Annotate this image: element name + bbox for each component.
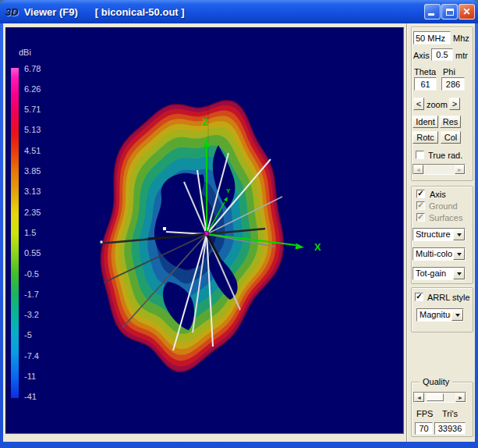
arrl-style-checkbox[interactable] xyxy=(415,293,423,301)
theta-input[interactable] xyxy=(414,77,437,91)
quality-label: Quality xyxy=(420,377,452,386)
axis-x-label: X xyxy=(314,241,321,253)
colorbar-tick: 5.71 xyxy=(24,105,55,114)
close-button[interactable]: ✕ xyxy=(459,4,475,20)
colorbar-tick: 2.35 xyxy=(24,208,55,217)
window-title: Viewer (F9) xyxy=(24,6,78,18)
phi-input[interactable] xyxy=(441,77,465,91)
scroll-right-icon[interactable]: ► xyxy=(455,165,465,174)
wire-marker xyxy=(101,241,103,244)
arrl-style-label: ARRL style xyxy=(427,293,470,302)
res-button[interactable]: Res xyxy=(440,116,461,128)
color-mode-dropdown-value: Multi-color xyxy=(416,249,452,258)
axis-checkbox-label: Axis xyxy=(430,190,446,199)
panel-divider xyxy=(406,23,408,442)
axis-size-input[interactable] xyxy=(431,48,453,61)
slider-right-icon[interactable]: ► xyxy=(455,393,466,402)
axis-z-label: Z xyxy=(202,117,207,128)
title-bar[interactable]: 3D Viewer (F9) [ biconical-50.out ] xyxy=(0,0,478,23)
fps-value xyxy=(415,422,433,435)
axis-x-arrow xyxy=(296,244,304,250)
colorbar-tick: 6.26 xyxy=(24,84,55,94)
colorbar-tick: -41 xyxy=(24,392,55,401)
tris-label: Tri's xyxy=(442,409,458,418)
window-file-name: [ biconical-50.out ] xyxy=(95,6,185,18)
axis-checkbox[interactable] xyxy=(416,190,425,198)
phi-label: Phi xyxy=(443,67,455,76)
structure-dropdown-value: Structure xyxy=(416,229,452,239)
colorbar-tick: 1.5 xyxy=(24,228,55,237)
magnitude-dropdown[interactable]: Magnitude xyxy=(416,308,464,322)
color-mode-dropdown[interactable]: Multi-color xyxy=(412,247,466,261)
zoom-in-button[interactable]: > xyxy=(449,98,460,110)
gain-mode-dropdown[interactable]: Tot-gain xyxy=(412,267,466,280)
chevron-down-icon[interactable] xyxy=(453,248,465,260)
chevron-down-icon[interactable] xyxy=(453,268,465,279)
colorbar-tick: 6.78 xyxy=(24,64,55,73)
ident-button[interactable]: Ident xyxy=(412,116,438,128)
colorbar-tick: -11 xyxy=(24,372,55,381)
viewer-window: 3D Viewer (F9) [ biconical-50.out ] ✕ ZX… xyxy=(0,0,478,448)
quality-slider-thumb[interactable] xyxy=(427,393,444,401)
quality-slider[interactable]: ◄ ► xyxy=(413,392,466,403)
zoom-out-button[interactable]: < xyxy=(413,98,424,110)
axis-size-label: Axis xyxy=(413,51,430,60)
colorbar-gradient xyxy=(11,68,19,398)
surfaces-checkbox-label: Surfaces xyxy=(429,213,462,222)
colorbar-tick: 0.55 xyxy=(24,248,55,258)
gain-mode-dropdown-value: Tot-gain xyxy=(416,268,452,278)
colorbar-tick: -0.5 xyxy=(24,269,55,279)
maximize-icon xyxy=(446,9,454,16)
col-button[interactable]: Col xyxy=(441,131,461,144)
pan-scrollbar[interactable]: ◄ ► xyxy=(412,164,466,175)
colorbar-tick: -3.2 xyxy=(24,310,55,319)
ground-checkbox-label: Ground xyxy=(429,201,458,211)
colorbar-tick: -1.7 xyxy=(24,290,55,299)
axis-y-label: Y xyxy=(226,187,231,194)
minimize-button[interactable] xyxy=(424,4,441,20)
chevron-down-icon[interactable] xyxy=(451,309,463,321)
colorbar-tick: 4.51 xyxy=(24,146,55,155)
theta-label: Theta xyxy=(414,67,436,76)
minimize-icon xyxy=(428,13,434,16)
wire-marker xyxy=(163,227,166,230)
colorbar-tick: -5 xyxy=(24,330,55,340)
close-icon: ✕ xyxy=(459,6,474,17)
colorbar-tick: 3.85 xyxy=(24,166,55,176)
zoom-label: zoom xyxy=(427,100,448,109)
rotc-button[interactable]: Rotc xyxy=(412,131,438,144)
maximize-button[interactable] xyxy=(441,4,458,20)
chevron-down-icon[interactable] xyxy=(453,229,465,240)
slider-left-icon[interactable]: ◄ xyxy=(414,393,424,402)
radiation-pattern-svg[interactable]: ZXY xyxy=(5,27,404,434)
colorbar-tick: -7.4 xyxy=(24,351,55,361)
magnitude-dropdown-value: Magnitude xyxy=(420,310,451,319)
fps-label: FPS xyxy=(416,409,433,418)
structure-dropdown[interactable]: Structure xyxy=(412,228,466,241)
scroll-left-icon[interactable]: ◄ xyxy=(413,165,423,174)
true-rad-label: True rad. xyxy=(428,151,462,160)
colorbar-tick: 5.13 xyxy=(24,125,55,134)
colorbar-header: dBi xyxy=(19,48,31,57)
frequency-input[interactable] xyxy=(413,31,451,44)
axis-unit-label: mtr xyxy=(455,51,468,60)
frequency-unit-label: Mhz xyxy=(453,34,469,43)
colorbar-tick: 3.13 xyxy=(24,187,55,196)
tris-value xyxy=(434,422,466,435)
surfaces-checkbox xyxy=(416,213,425,222)
feedpoint-dot xyxy=(204,231,209,236)
true-rad-checkbox[interactable] xyxy=(416,151,424,159)
ground-checkbox xyxy=(416,201,425,210)
app-icon-3d: 3D xyxy=(5,6,19,18)
